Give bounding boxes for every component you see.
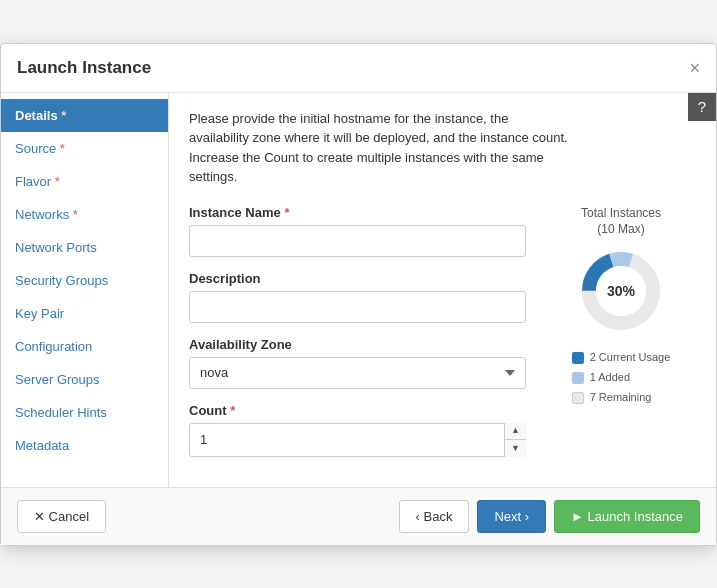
sidebar-item-key-pair[interactable]: Key Pair: [1, 297, 168, 330]
count-label: Count *: [189, 403, 526, 418]
donut-chart: 30%: [576, 246, 666, 336]
count-group: Count * ▲ ▼: [189, 403, 526, 457]
close-button[interactable]: ×: [689, 59, 700, 77]
required-indicator: *: [73, 207, 78, 222]
help-button[interactable]: ?: [688, 93, 716, 121]
legend-current-usage: 2 Current Usage: [572, 348, 671, 368]
footer-right-buttons: ‹ Back Next › ► Launch Instance: [399, 500, 700, 533]
sidebar-item-scheduler-hints[interactable]: Scheduler Hints: [1, 396, 168, 429]
count-input[interactable]: [189, 423, 526, 457]
legend-dot-current: [572, 352, 584, 364]
count-down-button[interactable]: ▼: [505, 440, 526, 457]
sidebar-item-security-groups[interactable]: Security Groups: [1, 264, 168, 297]
required-star: *: [284, 205, 289, 220]
form-row: Instance Name * Description Availability…: [189, 205, 696, 471]
required-indicator: *: [60, 141, 65, 156]
availability-zone-select[interactable]: nova Any Availability Zone: [189, 357, 526, 389]
description-text: Please provide the initial hostname for …: [189, 109, 569, 187]
sidebar: Details * Source * Flavor * Networks * N…: [1, 93, 169, 487]
instance-name-label: Instance Name *: [189, 205, 526, 220]
modal-title: Launch Instance: [17, 58, 151, 78]
question-mark-icon: ?: [698, 98, 706, 115]
launch-instance-button[interactable]: ► Launch Instance: [554, 500, 700, 533]
launch-instance-modal: Launch Instance × Details * Source * Fla…: [0, 43, 717, 546]
description-group: Description: [189, 271, 526, 323]
donut-chart-container: Total Instances (10 Max): [572, 205, 671, 408]
rocket-icon: ►: [571, 509, 584, 524]
legend-added: 1 Added: [572, 368, 671, 388]
chart-title: Total Instances (10 Max): [581, 205, 661, 239]
count-input-wrapper: ▲ ▼: [189, 423, 526, 457]
modal-header: Launch Instance ×: [1, 44, 716, 93]
legend-remaining: 7 Remaining: [572, 388, 671, 408]
sidebar-item-details[interactable]: Details *: [1, 99, 168, 132]
instance-name-group: Instance Name *: [189, 205, 526, 257]
availability-zone-group: Availability Zone nova Any Availability …: [189, 337, 526, 389]
next-button[interactable]: Next ›: [477, 500, 546, 533]
required-indicator: *: [55, 174, 60, 189]
back-button[interactable]: ‹ Back: [399, 500, 470, 533]
legend-dot-added: [572, 372, 584, 384]
cancel-button[interactable]: ✕ Cancel: [17, 500, 106, 533]
modal-footer: ✕ Cancel ‹ Back Next › ► Launch Instance: [1, 487, 716, 545]
count-up-button[interactable]: ▲: [505, 423, 526, 441]
required-star: *: [230, 403, 235, 418]
sidebar-item-metadata[interactable]: Metadata: [1, 429, 168, 462]
modal-body: Details * Source * Flavor * Networks * N…: [1, 93, 716, 487]
sidebar-item-flavor[interactable]: Flavor *: [1, 165, 168, 198]
donut-percent-label: 30%: [607, 283, 635, 299]
description-label: Description: [189, 271, 526, 286]
instance-name-input[interactable]: [189, 225, 526, 257]
sidebar-item-server-groups[interactable]: Server Groups: [1, 363, 168, 396]
form-left: Instance Name * Description Availability…: [189, 205, 526, 471]
sidebar-item-network-ports[interactable]: Network Ports: [1, 231, 168, 264]
required-indicator: *: [61, 108, 66, 123]
sidebar-item-networks[interactable]: Networks *: [1, 198, 168, 231]
chart-legend: 2 Current Usage 1 Added 7 Remaining: [572, 348, 671, 407]
chart-area: Total Instances (10 Max): [546, 205, 696, 471]
description-input[interactable]: [189, 291, 526, 323]
availability-zone-label: Availability Zone: [189, 337, 526, 352]
legend-dot-remaining: [572, 392, 584, 404]
main-content: ? Please provide the initial hostname fo…: [169, 93, 716, 487]
sidebar-item-configuration[interactable]: Configuration: [1, 330, 168, 363]
sidebar-item-source[interactable]: Source *: [1, 132, 168, 165]
spinner-buttons: ▲ ▼: [504, 423, 526, 457]
